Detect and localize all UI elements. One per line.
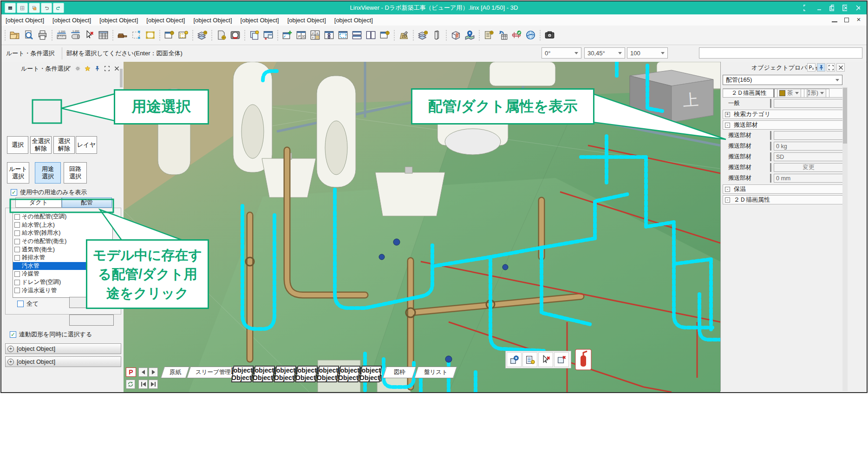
tab-floor-幹[interactable]: [object Object] (359, 366, 382, 382)
menu-item-表示V[interactable]: [object Object] (48, 15, 95, 25)
toolbar-button-preview[interactable] (21, 28, 35, 42)
usage-checkbox[interactable] (14, 263, 20, 269)
toolbar-button-open[interactable] (7, 28, 21, 42)
section-header[interactable]: - 搬送部材 (723, 120, 843, 130)
expand-icon[interactable] (827, 63, 835, 72)
part-list-button[interactable] (522, 352, 537, 367)
toolbar-button-doc-gear[interactable] (214, 28, 228, 42)
toolbar-grip[interactable] (191, 29, 194, 41)
object-type-selector[interactable]: 配管(165) (723, 75, 842, 85)
property-field[interactable]: SD (774, 152, 843, 161)
usage-checkbox[interactable] (14, 247, 20, 252)
toolbar-button-split-c[interactable] (322, 28, 336, 42)
usage-checkbox[interactable] (14, 280, 20, 285)
selection-mode-button[interactable]: 選択 (7, 136, 28, 154)
property-field[interactable] (774, 99, 843, 108)
usage-checkbox[interactable] (14, 288, 20, 293)
toolbar-button-print[interactable] (35, 28, 49, 42)
toolbar-grip[interactable] (51, 29, 53, 41)
fullscreen-button[interactable] (801, 3, 811, 13)
toolbar-button-clip-gear[interactable] (482, 28, 496, 42)
menu-item-ビュー表示L[interactable]: [object Object] (236, 15, 283, 25)
toolbar-button-layers-gear[interactable] (195, 28, 209, 42)
tab-sheet[interactable]: 盤リスト (414, 367, 457, 378)
toolbar-grip[interactable] (539, 29, 541, 41)
deselect-cursor-button[interactable] (538, 352, 553, 367)
toolbar-button-cube-sec[interactable] (449, 28, 463, 42)
toolbar-button-layers-gear[interactable] (416, 28, 430, 42)
scale-combo[interactable]: 100 (627, 47, 668, 59)
category-tab[interactable]: ダクト (15, 197, 62, 208)
usage-checkbox[interactable] (14, 255, 20, 261)
toolbar-button-win-plus[interactable] (280, 28, 294, 42)
toolbar-button-pipe-check[interactable] (509, 28, 523, 42)
select-by-button[interactable]: ルート選択 (7, 162, 29, 184)
toolbar-button-split-v[interactable] (364, 28, 378, 42)
settings-gear-icon[interactable] (73, 64, 82, 72)
redo-button[interactable] (53, 3, 64, 13)
usage-checkbox[interactable] (14, 222, 20, 228)
toolbar-grip[interactable] (111, 29, 114, 41)
toolbar-button-dim-pipe[interactable] (68, 28, 82, 42)
toolbar-button-prism[interactable] (430, 28, 444, 42)
usage-checkbox[interactable] (14, 230, 20, 236)
menu-item-設定S[interactable]: [object Object] (142, 15, 189, 25)
expander-bar[interactable]: + [object Object] (5, 356, 121, 367)
minimize-button[interactable] (814, 3, 824, 13)
toolbar-grip[interactable] (393, 29, 395, 41)
tab-sheet[interactable]: 図枠 (383, 367, 416, 378)
selection-mode-button[interactable]: 全選択解除 (30, 136, 52, 154)
expander-bar[interactable]: + [object Object] (5, 343, 121, 354)
tab-floor-PS[interactable]: [object Object] (252, 366, 275, 382)
section-toggle-icon[interactable]: - (725, 197, 730, 203)
category-tab[interactable]: 配管 (62, 197, 112, 208)
property-mode-button[interactable]: P₃ (807, 63, 816, 72)
menu-item-属性・ツールT[interactable]: [object Object] (189, 15, 236, 25)
pin-icon[interactable] (93, 64, 101, 72)
toolbar-grip[interactable] (158, 29, 161, 41)
menu-item-ヘルプH[interactable]: [object Object] (330, 15, 377, 25)
page-button[interactable]: P (126, 368, 136, 377)
column-divider[interactable] (770, 131, 771, 140)
menu-item-ファイルF[interactable]: [object Object] (1, 15, 48, 25)
tab-sheet[interactable]: 原紙 (161, 367, 189, 378)
tab-floor-3F[interactable]: [object Object] (338, 366, 360, 382)
toolbar-button-stamp2d[interactable] (397, 28, 411, 42)
toolbar-button-win-gear[interactable] (162, 28, 176, 42)
prev-tab-button[interactable] (138, 368, 148, 377)
column-divider[interactable] (770, 142, 771, 151)
usage-list-item[interactable]: その他配管(空調) (13, 213, 112, 221)
usage-checkbox[interactable] (14, 271, 20, 277)
usage-list-item[interactable]: 給水管(上水) (13, 221, 112, 230)
toolbar-button-camera[interactable] (542, 28, 556, 42)
toolbar-grip[interactable] (412, 29, 414, 41)
tile-windows-button[interactable] (17, 3, 28, 13)
toolbar-button-brush[interactable] (115, 28, 129, 42)
undo-button[interactable] (41, 3, 52, 13)
menu-item-編集E[interactable]: [object Object] (95, 15, 142, 25)
column-divider[interactable] (770, 163, 771, 172)
toolbar-button-rect-dash[interactable] (129, 28, 143, 42)
property-field[interactable]: 茶 (777, 89, 801, 98)
toolbar-grip[interactable] (210, 29, 213, 41)
property-field[interactable] (774, 131, 843, 140)
column-divider[interactable] (770, 99, 771, 108)
toolbar-grip[interactable] (243, 29, 246, 41)
toolbar-button-table[interactable] (96, 28, 110, 42)
tab-floor-2F[interactable]: [object Object] (316, 366, 339, 382)
angle-combo[interactable]: 0° (542, 47, 581, 59)
select-by-button[interactable]: 回路選択 (64, 162, 87, 184)
section-toggle-icon[interactable]: - (725, 187, 730, 192)
selection-mode-button[interactable]: 選択解除 (53, 136, 75, 154)
column-divider[interactable] (770, 174, 771, 183)
hidden-button[interactable] (69, 315, 114, 326)
insert-part-button[interactable] (507, 352, 522, 367)
section-header[interactable]: - ２Ｄ描画属性 (723, 195, 843, 204)
section-header[interactable]: - 保温 (723, 184, 843, 194)
toolbar-button-quad[interactable] (308, 28, 322, 42)
toolbar-button-globe[interactable] (523, 28, 537, 42)
section-header[interactable]: + 検索カテゴリ (723, 110, 843, 119)
property-field[interactable]: 0 kg (774, 142, 843, 151)
mdi-close-icon[interactable]: × (855, 17, 862, 23)
column-divider[interactable] (770, 152, 771, 161)
